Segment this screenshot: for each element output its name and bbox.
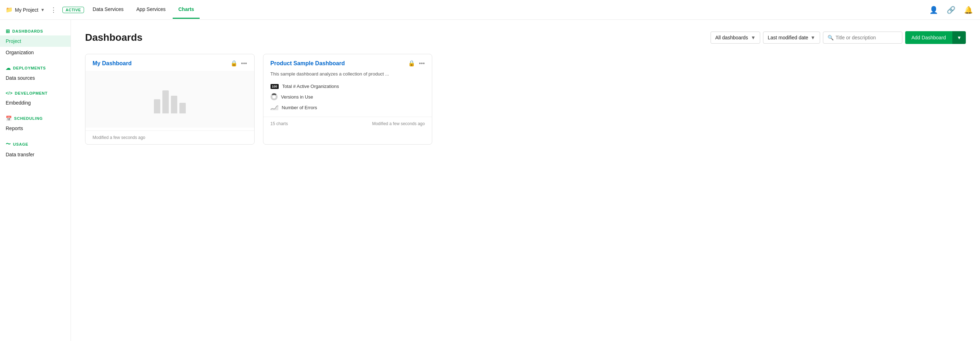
bar-3 xyxy=(171,96,177,113)
bar-2 xyxy=(162,90,169,113)
deployments-section-label: DEPLOYMENTS xyxy=(13,66,46,70)
folder-icon: 📁 xyxy=(6,6,13,13)
sidebar-section-deployments: ☁ DEPLOYMENTS xyxy=(0,62,70,72)
layout: ⊞ DASHBOARDS Project Organization ☁ DEPL… xyxy=(0,20,980,341)
sidebar: ⊞ DASHBOARDS Project Organization ☁ DEPL… xyxy=(0,20,71,341)
donut-icon-versions xyxy=(270,93,278,100)
card-header-product-sample: Product Sample Dashboard 🔒 ••• xyxy=(263,54,432,71)
more-options-button[interactable]: ⋮ xyxy=(48,5,60,15)
sidebar-item-data-transfer[interactable]: Data transfer xyxy=(0,149,70,160)
nav-icons: 👤 🔗 🔔 xyxy=(928,4,974,16)
share-icon-button[interactable]: 🔗 xyxy=(945,4,957,16)
add-dashboard-label: Add Dashboard xyxy=(912,35,946,40)
card-title-my-dashboard: My Dashboard xyxy=(92,60,132,67)
user-icon-button[interactable]: 👤 xyxy=(928,4,940,16)
active-status-badge: ACTIVE xyxy=(62,7,84,13)
more-icon-my-dashboard[interactable]: ••• xyxy=(241,60,247,67)
date-filter-caret: ▼ xyxy=(811,35,816,40)
all-dashboards-label: All dashboards xyxy=(715,35,748,40)
date-filter-label: Last modified date xyxy=(768,35,808,40)
card-actions-product-sample: 🔒 ••• xyxy=(408,60,425,67)
date-filter[interactable]: Last modified date ▼ xyxy=(763,32,820,44)
scheduling-section-icon: 📅 xyxy=(6,116,12,121)
card-metrics-product-sample: 100 Total # Active Organizations Version… xyxy=(263,81,432,114)
card-modified-product-sample: Modified a few seconds ago xyxy=(372,121,425,126)
development-section-label: DEVELOPMENT xyxy=(15,91,48,95)
sidebar-item-organization[interactable]: Organization xyxy=(0,47,70,58)
card-footer-product-sample: 15 charts Modified a few seconds ago xyxy=(263,117,432,130)
sidebar-section-dashboards: ⊞ DASHBOARDS xyxy=(0,25,70,35)
project-name: My Project xyxy=(15,7,38,13)
dashboard-card-product-sample[interactable]: Product Sample Dashboard 🔒 ••• This samp… xyxy=(263,54,433,144)
notification-icon-button[interactable]: 🔔 xyxy=(963,4,974,16)
nav-links: Data Services App Services Charts xyxy=(87,1,200,19)
usage-section-icon: 〜 xyxy=(6,141,11,148)
card-charts-count: 15 charts xyxy=(270,121,288,126)
nav-link-data-services[interactable]: Data Services xyxy=(87,1,129,19)
dashboards-section-label: DASHBOARDS xyxy=(13,29,43,33)
lock-icon-my-dashboard: 🔒 xyxy=(231,60,237,67)
dashboards-section-icon: ⊞ xyxy=(6,29,10,34)
add-dashboard-dropdown-icon: ▼ xyxy=(957,35,962,40)
all-dashboards-caret: ▼ xyxy=(751,35,756,40)
search-input[interactable] xyxy=(836,35,898,40)
metric-label-errors: Number of Errors xyxy=(282,105,317,110)
development-section-icon: </> xyxy=(6,91,13,96)
card-modified-my-dashboard: Modified a few seconds ago xyxy=(92,135,145,140)
deployments-section-icon: ☁ xyxy=(6,65,11,71)
bar-chart-placeholder xyxy=(154,85,186,113)
card-footer-my-dashboard: Modified a few seconds ago xyxy=(86,130,254,144)
add-dashboard-dropdown-button[interactable]: ▼ xyxy=(952,31,966,44)
top-nav: 📁 My Project ▼ ⋮ ACTIVE Data Services Ap… xyxy=(0,0,980,20)
add-dashboard-button[interactable]: Add Dashboard xyxy=(905,31,952,44)
metric-label-versions: Versions in Use xyxy=(281,94,313,100)
more-icon-product-sample[interactable]: ••• xyxy=(419,60,425,67)
metric-errors: Number of Errors xyxy=(270,102,425,113)
bar-4 xyxy=(180,103,186,113)
add-dashboard-group: Add Dashboard ▼ xyxy=(905,31,966,44)
sidebar-section-scheduling: 📅 SCHEDULING xyxy=(0,113,70,123)
sidebar-item-reports[interactable]: Reports xyxy=(0,123,70,134)
filter-bar: All dashboards ▼ Last modified date ▼ 🔍 … xyxy=(711,31,966,44)
sidebar-section-usage: 〜 USAGE xyxy=(0,138,70,149)
dashboard-card-my-dashboard[interactable]: My Dashboard 🔒 ••• Modified a few xyxy=(85,54,255,144)
area-icon-errors xyxy=(270,105,278,110)
card-actions-my-dashboard: 🔒 ••• xyxy=(231,60,247,67)
nav-link-app-services[interactable]: App Services xyxy=(131,1,171,19)
cards-grid: My Dashboard 🔒 ••• Modified a few xyxy=(85,54,966,144)
project-dropdown-arrow: ▼ xyxy=(40,8,45,13)
card-preview-my-dashboard xyxy=(86,71,254,128)
metric-total-orgs: 100 Total # Active Organizations xyxy=(270,81,425,91)
page-title: Dashboards xyxy=(85,32,705,43)
search-icon: 🔍 xyxy=(827,35,834,40)
card-description-product-sample: This sample dashboard analyzes a collect… xyxy=(263,71,432,81)
metric-versions: Versions in Use xyxy=(270,91,425,102)
metric-label-total-orgs: Total # Active Organizations xyxy=(282,84,339,89)
all-dashboards-filter[interactable]: All dashboards ▼ xyxy=(711,32,760,44)
scheduling-section-label: SCHEDULING xyxy=(14,116,43,121)
card-title-product-sample: Product Sample Dashboard xyxy=(270,60,345,67)
search-box[interactable]: 🔍 xyxy=(823,32,902,44)
card-header-my-dashboard: My Dashboard 🔒 ••• xyxy=(86,54,254,71)
metric-icon-100: 100 xyxy=(270,84,279,89)
sidebar-item-data-sources[interactable]: Data sources xyxy=(0,72,70,84)
project-selector[interactable]: 📁 My Project ▼ xyxy=(6,6,45,13)
bar-1 xyxy=(154,99,160,113)
sidebar-section-development: </> DEVELOPMENT xyxy=(0,88,70,97)
nav-link-charts[interactable]: Charts xyxy=(173,1,200,19)
sidebar-item-embedding[interactable]: Embedding xyxy=(0,97,70,108)
main-content: Dashboards All dashboards ▼ Last modifie… xyxy=(71,20,980,341)
lock-icon-product-sample: 🔒 xyxy=(408,60,415,67)
sidebar-item-project[interactable]: Project xyxy=(0,35,70,47)
usage-section-label: USAGE xyxy=(13,142,29,146)
page-header: Dashboards All dashboards ▼ Last modifie… xyxy=(85,31,966,44)
